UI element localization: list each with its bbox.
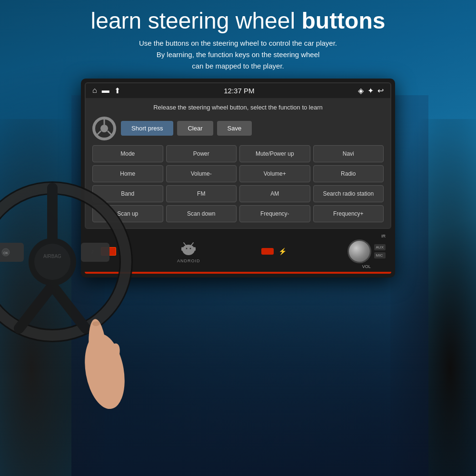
steering-wheel-icon — [92, 117, 116, 140]
func-frequency-down[interactable]: Frequency- — [239, 205, 310, 222]
subtitle-line-1: Use the buttons on the steering wheel to… — [139, 38, 337, 49]
status-time: 12:37 PM — [120, 87, 358, 95]
func-frequency-up[interactable]: Frequency+ — [313, 205, 384, 222]
short-press-button[interactable]: Short press — [121, 121, 173, 136]
back-icon[interactable]: ↩ — [377, 86, 384, 95]
subtitle-area: Use the buttons on the steering wheel to… — [139, 38, 337, 72]
svg-rect-6 — [182, 247, 195, 252]
volume-knob[interactable] — [347, 239, 371, 263]
svg-point-7 — [186, 248, 188, 249]
location-icon: ◈ — [358, 86, 364, 95]
right-controls: IR AUX MIC VOL — [347, 234, 386, 269]
bluetooth-icon: ✦ — [367, 86, 374, 95]
home-icon[interactable]: ⌂ — [92, 86, 97, 95]
svg-text:AIRBAG: AIRBAG — [43, 254, 61, 259]
svg-rect-24 — [81, 243, 109, 262]
instruction-text: Release the steering wheel button, selec… — [92, 104, 384, 111]
svg-text:OK: OK — [3, 251, 8, 255]
svg-line-9 — [184, 243, 186, 245]
usb-c-port — [261, 248, 274, 255]
action-buttons-group: Short press Clear Save — [121, 121, 252, 136]
status-right-icons: ◈ ✦ ↩ — [358, 86, 384, 95]
action-row: Short press Clear Save — [92, 117, 384, 140]
page-title: learn steering wheel buttons — [91, 9, 386, 34]
vol-label: VOL — [362, 264, 371, 269]
svg-rect-11 — [181, 247, 183, 251]
hand-overlay — [62, 276, 148, 411]
svg-rect-12 — [194, 247, 196, 251]
func-am[interactable]: AM — [239, 185, 310, 202]
subtitle-line-3: can be mapped to the player. — [139, 60, 337, 72]
save-button[interactable]: Save — [217, 121, 252, 136]
status-bar: ⌂ ▬ ⬆ 12:37 PM ◈ ✦ ↩ — [86, 83, 390, 98]
arrows-icon[interactable]: ⬆ — [114, 86, 120, 95]
android-label: ANDROID — [177, 258, 200, 263]
svg-point-8 — [190, 248, 191, 249]
ir-label: IR — [381, 234, 386, 238]
svg-point-19 — [34, 244, 70, 280]
display-icon[interactable]: ▬ — [102, 86, 109, 95]
svg-point-1 — [100, 125, 108, 132]
status-left-icons: ⌂ ▬ ⬆ — [92, 86, 120, 95]
mic-label: MIC — [374, 252, 386, 258]
func-radio[interactable]: Radio — [313, 165, 384, 182]
subtitle-line-2: By learning, the function keys on the st… — [139, 49, 337, 60]
func-navi[interactable]: Navi — [313, 145, 384, 162]
title-normal-text: learn steering wheel — [91, 8, 302, 33]
clear-button[interactable]: Clear — [177, 121, 213, 136]
lightning-icon: ⚡ — [278, 248, 287, 255]
func-volume-down[interactable]: Volume- — [166, 165, 237, 182]
func-search-radio[interactable]: Search radio station — [313, 185, 384, 202]
func-scan-down[interactable]: Scan down — [166, 205, 237, 222]
func-home[interactable]: Home — [92, 165, 163, 182]
svg-line-16 — [19, 286, 52, 328]
func-power[interactable]: Power — [166, 145, 237, 162]
function-buttons-grid: Mode Power Mute/Power up Navi Home Volum… — [92, 145, 384, 222]
android-logo: ANDROID — [177, 239, 200, 263]
func-volume-up[interactable]: Volume+ — [239, 165, 310, 182]
aux-label: AUX — [374, 244, 386, 250]
func-fm[interactable]: FM — [166, 185, 237, 202]
title-bold-text: buttons — [301, 8, 385, 33]
func-mute-power-up[interactable]: Mute/Power up — [239, 145, 310, 162]
android-robot-icon — [179, 239, 198, 258]
title-area: learn steering wheel buttons — [91, 9, 386, 34]
func-mode[interactable]: Mode — [92, 145, 163, 162]
svg-line-10 — [191, 243, 193, 245]
